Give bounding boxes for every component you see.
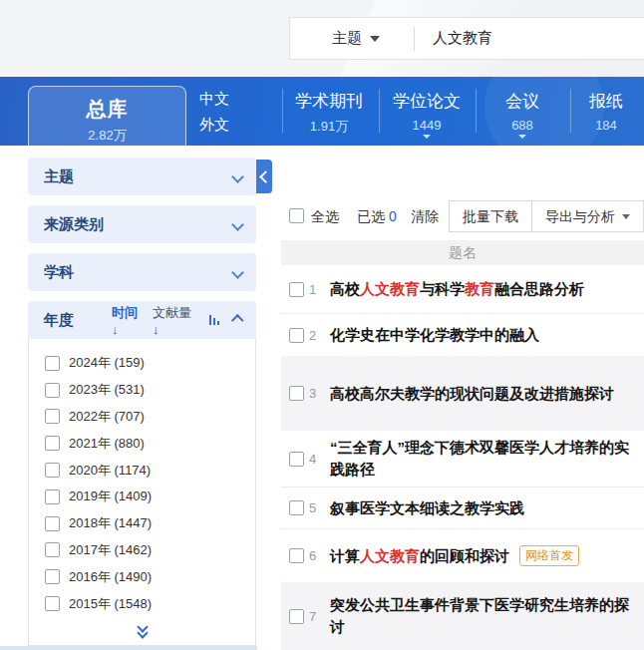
checkbox[interactable]	[289, 452, 304, 467]
result-title-link[interactable]: 突发公共卫生事件背景下医学研究生培养的探讨	[330, 594, 644, 638]
year-filter-item[interactable]: 2015年 (1548)	[29, 590, 255, 617]
filter-section-label: 主题	[44, 167, 74, 186]
row-number: 4	[309, 452, 323, 467]
checkbox[interactable]	[289, 609, 304, 624]
tab-count: 2.82万	[29, 127, 185, 145]
chevron-down-icon	[231, 218, 244, 231]
checkbox[interactable]	[289, 500, 304, 515]
tab-total-database[interactable]: 总库 2.82万	[28, 86, 186, 146]
filter-section-来源类别[interactable]: 来源类别	[28, 205, 256, 243]
tab-count: 184	[561, 118, 644, 133]
table-row: 6计算人文教育的回顾和探讨网络首发	[281, 529, 644, 582]
results-column-header: 题名	[281, 240, 644, 265]
checkbox[interactable]	[45, 383, 60, 398]
year-filter-item[interactable]: 2016年 (1490)	[29, 563, 255, 590]
result-title-link[interactable]: 化学史在中学化学教学中的融入	[330, 324, 543, 346]
select-all-label[interactable]: 全选	[311, 208, 339, 226]
checkbox[interactable]	[45, 356, 60, 371]
year-filter-item[interactable]: 2021年 (880)	[29, 430, 255, 457]
table-row: 1高校人文教育与科学教育融合思路分析	[281, 265, 644, 314]
selected-label: 已选 0	[357, 208, 397, 226]
tab-学位论文[interactable]: 学位论文1449	[382, 77, 472, 146]
batch-download-button[interactable]: 批量下载	[449, 200, 532, 232]
year-filter-item[interactable]: 2019年 (1409)	[29, 484, 255, 510]
row-number: 5	[309, 500, 323, 515]
tab-label: 学位论文	[382, 90, 472, 113]
result-title-link[interactable]: 高校人文教育与科学教育融合思路分析	[330, 278, 588, 300]
row-number: 2	[309, 328, 323, 343]
year-label: 2015年 (1548)	[69, 595, 152, 613]
tab-label: 会议	[478, 90, 567, 113]
year-filter-item[interactable]: 2024年 (159)	[29, 350, 255, 377]
chevron-down-icon	[622, 214, 630, 219]
chevron-down-icon	[370, 36, 380, 42]
year-label: 2023年 (531)	[69, 381, 145, 399]
chevron-up-icon[interactable]	[231, 314, 243, 326]
checkbox[interactable]	[289, 282, 304, 297]
result-title-link[interactable]: “三全育人”理念下德术双馨医学人才培养的实践路径	[330, 437, 644, 481]
year-label: 2017年 (1462)	[69, 541, 152, 559]
checkbox[interactable]	[45, 409, 60, 424]
chevron-down-icon	[423, 135, 431, 139]
checkbox[interactable]	[45, 596, 60, 611]
toolbar-buttons: 批量下载 导出与分析	[449, 200, 644, 232]
year-label: 2020年 (1174)	[69, 462, 151, 480]
filter-section-学科[interactable]: 学科	[28, 253, 256, 291]
sidebar-bottom-strip	[0, 646, 257, 650]
clear-button[interactable]: 清除	[411, 208, 439, 226]
online-first-badge: 网络首发	[519, 545, 579, 566]
export-analyze-button[interactable]: 导出与分析	[531, 200, 644, 232]
year-filter-item[interactable]: 2017年 (1462)	[29, 537, 255, 564]
year-label: 2018年 (1447)	[69, 514, 152, 532]
select-all-checkbox[interactable]	[289, 208, 304, 223]
tab-language-中文[interactable]: 中文	[199, 91, 229, 106]
results-toolbar: 全选 已选 0 清除 批量下载 导出与分析	[281, 195, 644, 235]
chevron-left-icon	[259, 170, 272, 183]
tab-label: 总库	[29, 96, 185, 123]
tab-language-外文[interactable]: 外文	[199, 117, 229, 132]
checkbox[interactable]	[45, 542, 60, 557]
year-label: 2024年 (159)	[69, 354, 145, 372]
result-title-link[interactable]: 高校高尔夫教学的现状问题及改进措施探讨	[330, 383, 618, 405]
checkbox[interactable]	[45, 569, 60, 584]
table-row: 3高校高尔夫教学的现状问题及改进措施探讨	[281, 356, 644, 431]
checkbox[interactable]	[289, 328, 304, 343]
search-input[interactable]: 人文教育	[433, 29, 492, 48]
sidebar-collapse-button[interactable]	[256, 160, 272, 193]
checkbox[interactable]	[45, 489, 60, 504]
filter-section-label: 学科	[44, 263, 74, 282]
bar-chart-icon[interactable]	[209, 315, 221, 325]
tab-会议[interactable]: 会议688	[478, 77, 567, 146]
year-filter-item[interactable]: 2022年 (707)	[29, 404, 255, 431]
selected-count: 0	[389, 208, 397, 224]
filter-section-year: 年度 时间↓ 文献量↓	[28, 301, 256, 339]
table-row: 4“三全育人”理念下德术双馨医学人才培养的实践路径	[281, 431, 644, 488]
tab-count: 1449	[382, 118, 472, 133]
table-row: 5叙事医学文本细读之教学实践	[281, 488, 644, 529]
sort-by-count[interactable]: 文献量↓	[153, 304, 195, 337]
year-filter-item[interactable]: 2018年 (1447)	[29, 510, 255, 537]
checkbox[interactable]	[45, 436, 60, 451]
tab-学术期刊[interactable]: 学术期刊1.91万	[284, 77, 374, 146]
expand-more-button[interactable]	[29, 623, 255, 637]
result-title-link[interactable]: 叙事医学文本细读之教学实践	[330, 497, 528, 519]
row-number: 3	[309, 386, 323, 401]
filter-section-label: 来源类别	[44, 215, 104, 234]
year-filter-item[interactable]: 2020年 (1174)	[29, 457, 255, 484]
result-title-link[interactable]: 计算人文教育的回顾和探讨网络首发	[330, 545, 583, 567]
row-number: 7	[309, 609, 323, 624]
checkbox[interactable]	[289, 386, 304, 401]
year-label: 2016年 (1490)	[69, 568, 152, 586]
filter-section-主题[interactable]: 主题	[28, 158, 256, 195]
search-field-dropdown[interactable]: 主题	[332, 29, 380, 48]
year-section-label: 年度	[44, 311, 74, 330]
tab-报纸[interactable]: 报纸184	[561, 77, 644, 146]
checkbox[interactable]	[45, 463, 60, 478]
navbar-separator	[379, 89, 380, 133]
sort-by-time[interactable]: 时间↓	[112, 304, 143, 337]
search-divider	[414, 27, 415, 51]
checkbox[interactable]	[45, 516, 60, 531]
table-row: 2化学史在中学化学教学中的融入	[281, 314, 644, 356]
year-filter-item[interactable]: 2023年 (531)	[29, 377, 255, 404]
checkbox[interactable]	[289, 548, 304, 563]
